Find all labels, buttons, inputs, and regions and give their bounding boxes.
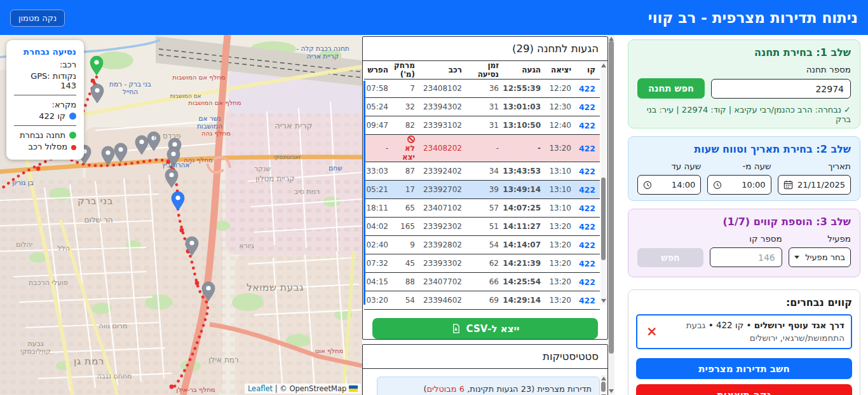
operator-value: בחר מפעיל	[805, 253, 845, 262]
scroll-up-icon[interactable]	[601, 377, 606, 380]
col-distance: מרחק (מ')	[393, 61, 419, 80]
travel-time-cell: 39	[466, 181, 503, 199]
departure-cell: 13:20	[545, 218, 576, 236]
table-row[interactable]: 422 13:20 14:21:39 62 23393302 45 07:32	[364, 254, 600, 273]
statistics-scrollbar[interactable]	[600, 375, 607, 395]
distance-cell: 65	[393, 199, 419, 218]
line-number-link[interactable]: 422	[576, 218, 600, 236]
line-number-link[interactable]: 422	[576, 135, 600, 162]
scroll-down-icon[interactable]	[609, 389, 614, 393]
table-row[interactable]: 422 12:20 12:55:39 36 23408102 7 07:58	[364, 80, 600, 98]
export-csv-button[interactable]: ייצא ל-CSV	[372, 318, 598, 339]
legend-station-item: תחנה נבחרת	[20, 130, 65, 140]
table-row[interactable]: 422 13:20 14:25:54 66 23407702 88 04:15	[364, 273, 600, 291]
calendar-icon[interactable]	[783, 180, 793, 190]
legend-selected-trip-title: נסיעה נבחרת	[14, 46, 76, 57]
line-number-input[interactable]	[710, 247, 782, 267]
table-accent-strip	[363, 81, 365, 305]
summary-valid-text: תדירות מצרפית (23 הגעות תקינות,	[465, 384, 592, 394]
table-row[interactable]: 422 12:30 13:01:03 31 23394302 32 05:24	[364, 98, 600, 116]
main-scrollbar[interactable]	[608, 35, 614, 395]
table-row[interactable]: 422 13:20 14:29:14 69 23394602 54 03:20	[364, 291, 600, 310]
gap-cell: 33:03	[364, 162, 393, 181]
vehicle-cell: 23392802	[419, 236, 466, 254]
table-row[interactable]: 422 13:10 14:07:25 57 23407102 65 18:11	[364, 199, 600, 218]
travel-time-cell: 54	[466, 236, 503, 254]
search-station-button[interactable]: חפש תחנה	[637, 78, 705, 99]
line-number-link[interactable]: 422	[576, 254, 600, 273]
table-row[interactable]: 422 13:10 13:43:53 34 23392402 87 33:03	[364, 162, 600, 181]
vehicle-cell: 23408102	[419, 80, 466, 98]
hour-to-value: 14:00	[672, 180, 695, 190]
table-row[interactable]: 422 12:40 13:10:50 31 23393102 82 09:47	[364, 116, 600, 135]
compute-frequency-button[interactable]: חשב תדירות מצרפית	[636, 358, 852, 379]
scroll-down-icon[interactable]	[601, 299, 606, 303]
table-row[interactable]: 422 13:20 14:14:07 54 23392802 9 02:40	[364, 236, 600, 254]
main-scrollbar-thumb[interactable]	[609, 41, 614, 354]
hour-to-label: שעה עד	[637, 161, 701, 171]
clock-icon[interactable]	[713, 181, 722, 190]
line-number-link[interactable]: 422	[576, 199, 600, 218]
clear-results-button[interactable]: נקה תוצאות	[636, 384, 852, 395]
distance-cell: לא יצא	[393, 135, 419, 162]
export-csv-label: ייצא ל-CSV	[466, 323, 520, 335]
statistics-scrollbar-thumb[interactable]	[601, 382, 606, 392]
remove-line-button[interactable]: ×	[644, 325, 660, 338]
station-number-input[interactable]	[711, 79, 851, 99]
operator-select[interactable]: בחר מפעיל	[789, 247, 851, 267]
date-input[interactable]: 21/11/2025	[778, 175, 851, 195]
table-row[interactable]: 422 13:20 14:11:27 51 23392302 165 04:02	[364, 218, 600, 236]
arrival-cell: 14:29:14	[503, 291, 545, 310]
gap-cell: 07:58	[364, 80, 393, 98]
step2-card: שלב 2: בחירת תאריך וטווח שעות תאריך 21/1…	[628, 136, 860, 201]
map-container[interactable]: תחנה רכבת קלה - קריית אריה בני ברק - רמת…	[0, 35, 362, 395]
arrival-cell: 13:43:53	[503, 162, 545, 181]
legend-divider	[14, 95, 76, 95]
step1-card: שלב 1: בחירת תחנה מספר תחנה חפש תחנה ✓ נ…	[628, 39, 860, 128]
vehicle-cell: 23392402	[419, 162, 466, 181]
hour-from-input[interactable]: 10:00	[707, 175, 771, 195]
scroll-up-icon[interactable]	[601, 64, 606, 67]
line-number-link[interactable]: 422	[576, 162, 600, 181]
line-number-link[interactable]: 422	[576, 273, 600, 291]
departure-cell: 12:40	[545, 116, 576, 135]
map-legend: נסיעה נבחרת רכב: נקודות GPS: 143 מקרא: ק…	[6, 40, 84, 160]
line-number-link[interactable]: 422	[576, 236, 600, 254]
line-number-link[interactable]: 422	[576, 181, 600, 199]
hour-to-input[interactable]: 14:00	[637, 175, 701, 195]
step1-title: שלב 1: בחירת תחנה	[637, 46, 851, 59]
line-number-link[interactable]: 422	[576, 98, 600, 116]
departure-cell: 13:10	[545, 181, 576, 199]
selected-line-item[interactable]: דרך אגד עוטף ירושלים • קו 422 • גבעת התח…	[636, 314, 852, 349]
line-number-link[interactable]: 422	[576, 116, 600, 135]
distance-cell: 7	[393, 80, 419, 98]
clock-icon[interactable]	[643, 181, 652, 190]
gap-cell: 09:47	[364, 116, 393, 135]
date-value: 21/11/2025	[797, 180, 845, 190]
line-number-link[interactable]: 422	[576, 291, 600, 310]
gap-cell: 05:21	[364, 181, 393, 199]
leaflet-link[interactable]: Leaflet	[248, 384, 273, 393]
col-vehicle: רכב	[419, 61, 466, 80]
arrivals-title: הגעות לתחנה (29)	[363, 37, 607, 61]
gap-cell: 05:24	[364, 98, 393, 116]
osm-link[interactable]: © OpenStreetMap	[280, 384, 346, 393]
arrival-cell: 12:55:39	[503, 80, 545, 98]
header-bar: ניתוח תדירות מצרפית - רב קווי נקה מטמון	[0, 0, 868, 35]
vehicle-cell: 23407102	[419, 199, 466, 218]
search-line-button[interactable]: חפש	[637, 248, 703, 267]
arrival-cell: 14:21:39	[503, 254, 545, 273]
table-scrollbar-thumb[interactable]	[601, 177, 606, 260]
legend-divider	[14, 125, 76, 126]
table-row[interactable]: 422 13:10 13:49:14 39 23392702 17 05:21	[364, 181, 600, 199]
vehicle-cell: 23394602	[419, 291, 466, 310]
legend-vehicle-label: רכב:	[14, 60, 76, 69]
table-scrollbar[interactable]	[600, 62, 607, 305]
vehicle-cell: 23408202	[419, 135, 466, 162]
arrivals-card: הגעות לתחנה (29) קו יציאה הגעה זמן נסיעה…	[362, 36, 608, 340]
departure-cell: 13:10	[545, 199, 576, 218]
clear-cache-button[interactable]: נקה מטמון	[10, 10, 65, 27]
table-row[interactable]: 422 13:20 - - 23408202 לא יצא -	[364, 135, 600, 162]
line-number-link[interactable]: 422	[576, 80, 600, 98]
results-column: הגעות לתחנה (29) קו יציאה הגעה זמן נסיעה…	[362, 35, 609, 395]
